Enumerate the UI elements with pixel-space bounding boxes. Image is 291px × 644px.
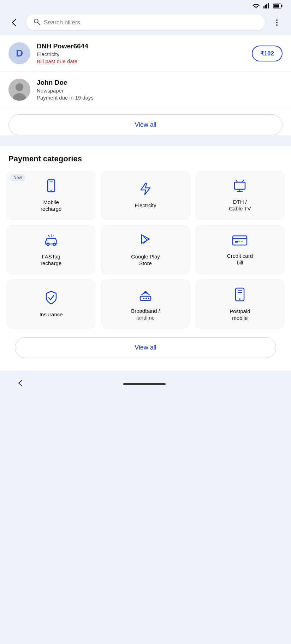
status-bar bbox=[0, 0, 291, 12]
svg-point-40 bbox=[239, 298, 240, 300]
nav-back-button[interactable] bbox=[14, 376, 28, 392]
bill-item-dnhpower[interactable]: D DNH Power6644 Electricity Bill past du… bbox=[0, 35, 291, 72]
bill-info-johndoe: John Doe Newspaper Payment due in 19 day… bbox=[37, 79, 283, 101]
svg-rect-31 bbox=[238, 242, 240, 242]
home-indicator bbox=[123, 383, 166, 385]
bill-item-johndoe[interactable]: John Doe Newspaper Payment due in 19 day… bbox=[0, 72, 291, 108]
bill-name-dnhpower: DNH Power6644 bbox=[37, 42, 245, 50]
bottom-nav bbox=[0, 371, 291, 398]
bill-info-dnhpower: DNH Power6644 Electricity Bill past due … bbox=[37, 42, 245, 64]
battery-icon bbox=[273, 3, 283, 10]
category-postpaid[interactable]: Postpaidmobile bbox=[195, 279, 285, 329]
bills-section: D DNH Power6644 Electricity Bill past du… bbox=[0, 35, 291, 135]
svg-rect-3 bbox=[268, 3, 269, 8]
dth-icon bbox=[232, 179, 247, 194]
svg-point-13 bbox=[16, 83, 23, 91]
category-broadband[interactable]: Broadband /landline bbox=[101, 279, 190, 329]
categories-title: Payment categories bbox=[6, 154, 285, 163]
categories-section: Payment categories New Mobilerecharge El… bbox=[0, 146, 291, 371]
svg-point-17 bbox=[51, 190, 52, 191]
category-electricity[interactable]: Electrcity bbox=[101, 171, 190, 220]
category-dth[interactable]: DTH /Cable TV bbox=[195, 171, 285, 220]
view-all-button-1[interactable]: View all bbox=[8, 114, 283, 135]
search-icon bbox=[33, 18, 40, 27]
pay-button-dnhpower[interactable]: ₹102 bbox=[252, 46, 283, 61]
svg-point-34 bbox=[143, 298, 144, 299]
section-separator bbox=[0, 142, 291, 146]
avatar-dnhpower: D bbox=[8, 42, 30, 64]
svg-rect-6 bbox=[274, 5, 279, 8]
svg-rect-30 bbox=[235, 241, 238, 243]
category-label-postpaid: Postpaidmobile bbox=[230, 308, 250, 322]
category-label-electricity: Electrcity bbox=[135, 202, 156, 209]
category-label-mobile: Mobilerecharge bbox=[41, 199, 61, 213]
svg-rect-16 bbox=[49, 181, 53, 181]
svg-rect-28 bbox=[233, 236, 247, 245]
search-bar[interactable] bbox=[26, 14, 265, 30]
search-input[interactable] bbox=[44, 19, 258, 26]
bill-type-dnhpower: Electricity bbox=[37, 51, 245, 57]
more-button[interactable] bbox=[269, 15, 285, 30]
category-label-insurance: Insurance bbox=[40, 311, 63, 318]
categories-grid: New Mobilerecharge Electrcity bbox=[6, 171, 285, 329]
svg-rect-32 bbox=[241, 242, 243, 242]
svg-point-35 bbox=[146, 298, 147, 299]
signal-icon bbox=[263, 3, 270, 10]
svg-rect-18 bbox=[234, 182, 245, 189]
category-google-play[interactable]: Google PlayStore bbox=[101, 225, 190, 274]
back-button[interactable] bbox=[6, 15, 22, 30]
category-fastag[interactable]: FASTagrecharge bbox=[6, 225, 96, 274]
bill-name-johndoe: John Doe bbox=[37, 79, 283, 87]
category-label-fastag: FASTagrecharge bbox=[41, 253, 61, 267]
top-bar bbox=[0, 12, 291, 35]
broadband-icon bbox=[138, 288, 153, 303]
fastag-icon bbox=[43, 233, 59, 249]
wifi-icon bbox=[252, 3, 260, 10]
insurance-icon bbox=[45, 291, 58, 307]
category-label-google-play: Google PlayStore bbox=[131, 253, 160, 267]
postpaid-icon bbox=[233, 287, 246, 304]
bill-type-johndoe: Newspaper bbox=[37, 88, 283, 94]
svg-rect-1 bbox=[265, 5, 266, 8]
svg-point-11 bbox=[276, 24, 278, 26]
bill-status-johndoe: Payment due in 19 days bbox=[37, 95, 283, 101]
category-credit-card[interactable]: Credit cardbill bbox=[195, 225, 285, 274]
mobile-icon bbox=[44, 179, 58, 195]
svg-rect-2 bbox=[266, 4, 267, 8]
svg-point-10 bbox=[276, 22, 278, 23]
svg-line-8 bbox=[38, 23, 40, 25]
category-label-credit-card: Credit cardbill bbox=[227, 252, 253, 266]
category-insurance[interactable]: Insurance bbox=[6, 279, 96, 329]
google-play-icon bbox=[139, 233, 152, 249]
svg-point-36 bbox=[148, 298, 149, 299]
avatar-johndoe bbox=[8, 79, 30, 101]
electricity-icon bbox=[139, 182, 152, 198]
new-badge-mobile: New bbox=[10, 174, 25, 181]
svg-rect-0 bbox=[263, 6, 265, 8]
svg-point-9 bbox=[276, 19, 278, 21]
svg-rect-5 bbox=[281, 5, 283, 7]
view-all-button-2[interactable]: View all bbox=[15, 337, 276, 358]
category-mobile-recharge[interactable]: New Mobilerecharge bbox=[6, 171, 96, 220]
category-label-dth: DTH /Cable TV bbox=[229, 198, 251, 212]
category-label-broadband: Broadband /landline bbox=[131, 308, 160, 321]
credit-card-icon bbox=[232, 234, 248, 248]
bill-status-dnhpower: Bill past due date bbox=[37, 58, 245, 64]
